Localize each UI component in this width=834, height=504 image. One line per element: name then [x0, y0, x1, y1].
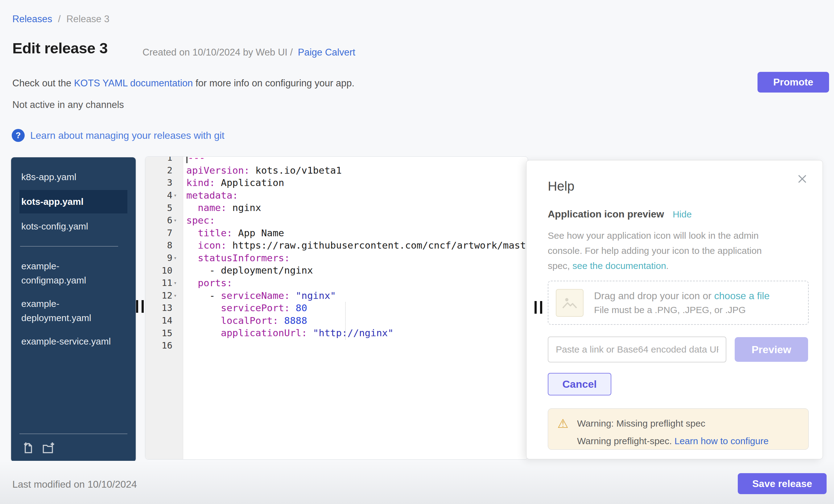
gutter-row: 13	[145, 302, 183, 314]
code-line[interactable]: localPort: 8888	[183, 314, 528, 327]
channel-status: Not active in any channels	[12, 99, 124, 110]
file-sidebar: k8s-app.yamlkots-app.yamlkots-config.yam…	[11, 157, 136, 462]
code-line[interactable]: spec:	[183, 214, 528, 227]
description-post: .	[666, 261, 669, 271]
warning-title: Warning: Missing preflight spec	[577, 418, 802, 429]
breadcrumb-current: Release 3	[66, 14, 109, 24]
dropzone-text: Drag and drop your icon or choose a file	[594, 290, 770, 301]
code-line[interactable]: servicePort: 80	[183, 302, 528, 314]
gutter-row: 15	[145, 327, 183, 339]
gutter-row: 16	[145, 339, 183, 352]
cancel-button[interactable]: Cancel	[548, 373, 611, 395]
image-placeholder-icon	[556, 289, 584, 317]
code-line[interactable]: ---	[183, 156, 528, 164]
warning-icon: ⚠	[557, 417, 577, 430]
gutter-row: 11▾	[145, 277, 183, 289]
fold-arrow-icon[interactable]: ▾	[172, 255, 183, 261]
created-info: Created on 10/10/2024 by Web UI / Paige …	[142, 47, 355, 58]
warning-detail-pre: Warning preflight-spec.	[577, 436, 675, 446]
sidebar-bottom	[19, 434, 127, 456]
file-list: k8s-app.yamlkots-app.yamlkots-config.yam…	[11, 157, 136, 353]
help-title: Help	[548, 179, 808, 194]
gutter-row: 12▾	[145, 289, 183, 302]
file-item[interactable]: example-service.yaml	[19, 330, 121, 353]
text-cursor	[186, 156, 188, 163]
save-release-button[interactable]: Save release	[738, 473, 827, 494]
last-modified-text: Last modified on 10/10/2024	[12, 479, 137, 490]
breadcrumb-releases-link[interactable]: Releases	[12, 14, 52, 24]
code-line[interactable]: metadata:	[183, 189, 528, 202]
yaml-code-editor[interactable]: 1234▾56▾789▾1011▾12▾13141516 ---apiVersi…	[145, 156, 528, 460]
file-item[interactable]: example-configmap.yaml	[19, 255, 121, 292]
gutter-row: 14	[145, 314, 183, 327]
intro-post: for more info on configuring your app.	[193, 78, 354, 89]
fold-arrow-icon[interactable]: ▾	[172, 192, 183, 198]
file-item[interactable]: kots-app.yaml	[19, 190, 127, 214]
sidebar-editor-resize-handle[interactable]	[136, 300, 144, 313]
code-line[interactable]: ports:	[183, 277, 528, 289]
code-line[interactable]: title: App Name	[183, 227, 528, 239]
warning-detail: Warning preflight-spec. Learn how to con…	[577, 436, 802, 446]
choose-file-link[interactable]: choose a file	[714, 290, 770, 301]
git-help-row: ? Learn about managing your releases wit…	[12, 129, 224, 142]
preview-button[interactable]: Preview	[735, 337, 808, 362]
intro-line: Check out the KOTS YAML documentation fo…	[12, 78, 354, 89]
dropzone-filetypes: File must be a .PNG, .JPEG, or .JPG	[594, 305, 770, 315]
code-line[interactable]	[183, 339, 528, 352]
code-line[interactable]: - deployment/nginx	[183, 264, 528, 277]
question-icon: ?	[12, 129, 25, 142]
see-documentation-link[interactable]: see the documentation	[572, 261, 666, 271]
gutter-row: 4▾	[145, 189, 183, 202]
file-item[interactable]: kots-config.yaml	[19, 215, 121, 238]
file-group-divider	[20, 246, 118, 246]
hide-link[interactable]: Hide	[673, 209, 692, 220]
gutter-row: 8	[145, 239, 183, 252]
fold-arrow-icon[interactable]: ▾	[172, 280, 183, 286]
promote-button[interactable]: Promote	[758, 72, 829, 92]
code-line[interactable]: kind: Application	[183, 176, 528, 189]
code-line[interactable]: name: nginx	[183, 201, 528, 214]
code-line[interactable]: - serviceName: "nginx"	[183, 289, 528, 302]
code-line[interactable]: applicationUrl: "http://nginx"	[183, 327, 528, 339]
icon-dropzone[interactable]: Drag and drop your icon or choose a file…	[548, 281, 809, 325]
icon-preview-title: Application icon preview	[548, 209, 664, 220]
preflight-warning-box: ⚠ Warning: Missing preflight spec Warnin…	[548, 409, 809, 450]
intro-pre: Check out the	[12, 78, 74, 89]
gutter-row: 10	[145, 264, 183, 277]
indent-guide	[345, 302, 346, 339]
learn-how-to-configure-link[interactable]: Learn how to configure	[675, 436, 769, 446]
kots-yaml-doc-link[interactable]: KOTS YAML documentation	[74, 78, 193, 89]
editor-code-content[interactable]: ---apiVersion: kots.io/v1beta1kind: Appl…	[183, 156, 528, 352]
breadcrumb: Releases / Release 3	[12, 14, 109, 25]
author-link[interactable]: Paige Calvert	[298, 47, 355, 58]
icon-preview-description: See how your application icon will look …	[548, 228, 779, 273]
gutter-row: 7	[145, 227, 183, 239]
add-folder-icon[interactable]	[42, 441, 55, 456]
file-item[interactable]: example-deployment.yaml	[19, 292, 121, 330]
editor-line-numbers: 1234▾56▾789▾1011▾12▾13141516	[145, 156, 183, 352]
file-item[interactable]: k8s-app.yaml	[19, 165, 121, 189]
breadcrumb-separator: /	[58, 14, 61, 24]
fold-arrow-icon[interactable]: ▾	[172, 217, 183, 223]
close-icon[interactable]	[794, 171, 810, 188]
git-releases-link[interactable]: Learn about managing your releases with …	[30, 130, 224, 141]
help-panel: Help Application icon preview Hide See h…	[526, 160, 823, 459]
code-line[interactable]: apiVersion: kots.io/v1beta1	[183, 164, 528, 177]
code-line[interactable]: icon: https://raw.githubusercontent.com/…	[183, 239, 528, 252]
icon-url-input[interactable]	[548, 336, 726, 363]
dropzone-text-pre: Drag and drop your icon or	[594, 290, 714, 301]
gutter-row: 6▾	[145, 214, 183, 227]
gutter-row: 3	[145, 176, 183, 189]
created-text: Created on 10/10/2024 by Web UI /	[142, 47, 293, 58]
gutter-row: 2	[145, 164, 183, 177]
editor-panel-resize-handle[interactable]	[534, 301, 542, 314]
code-line[interactable]: statusInformers:	[183, 252, 528, 264]
page-title: Edit release 3	[12, 40, 108, 57]
fold-arrow-icon[interactable]: ▾	[172, 292, 183, 299]
add-file-icon[interactable]	[21, 441, 35, 456]
gutter-row: 9▾	[145, 252, 183, 264]
gutter-row: 5	[145, 201, 183, 214]
sidebar-divider	[19, 434, 127, 434]
gutter-row: 1	[145, 156, 183, 164]
